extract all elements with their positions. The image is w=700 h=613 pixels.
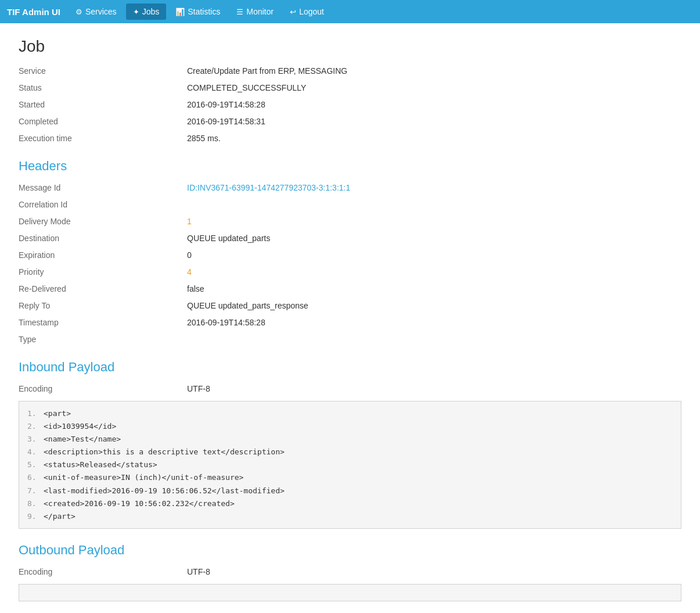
line-number: 1. <box>27 407 44 420</box>
nav-monitor[interactable]: ☰ Monitor <box>229 3 281 20</box>
line-number: 3. <box>27 433 44 446</box>
line-content: <created>2016-09-19 10:56:02.232</create… <box>44 497 235 510</box>
header-field-value: false <box>187 283 204 295</box>
nav-logout[interactable]: ↩ Logout <box>283 3 331 20</box>
code-line: 3. <name>Test</name> <box>27 433 673 446</box>
outbound-code-block[interactable] <box>19 584 681 601</box>
inbound-encoding-label: Encoding <box>19 383 187 395</box>
jobs-icon: ✦ <box>133 8 139 16</box>
nav-jobs[interactable]: ✦ Jobs <box>126 3 167 20</box>
header-field-row: Expiration0 <box>19 249 681 261</box>
completed-label: Completed <box>19 116 187 128</box>
nav-services[interactable]: ⚙ Services <box>69 3 124 20</box>
outbound-encoding-label: Encoding <box>19 566 187 578</box>
header-field-row: Type <box>19 334 681 346</box>
line-number: 2. <box>27 420 44 433</box>
header-field-value: 4 <box>187 266 192 278</box>
status-label: Status <box>19 82 187 94</box>
navbar: TIF Admin UI ⚙ Services ✦ Jobs 📊 Statist… <box>0 0 700 23</box>
header-field-label: Delivery Mode <box>19 216 187 228</box>
code-line: 7. <last-modified>2016-09-19 10:56:06.52… <box>27 485 673 497</box>
nav-statistics[interactable]: 📊 Statistics <box>168 3 227 20</box>
field-started: Started 2016-09-19T14:58:28 <box>19 99 681 111</box>
header-field-value: 0 <box>187 249 192 261</box>
header-field-value: 2016-09-19T14:58:28 <box>187 317 265 329</box>
header-field-row: DestinationQUEUE updated_parts <box>19 232 681 245</box>
header-field-value: QUEUE updated_parts <box>187 232 270 245</box>
headers-title: Headers <box>19 159 681 174</box>
inbound-title: Inbound Payload <box>19 360 681 375</box>
line-content: </part> <box>44 510 76 523</box>
code-line: 5. <status>Released</status> <box>27 458 673 471</box>
header-field-label: Destination <box>19 232 187 245</box>
header-field-value[interactable]: ID:INV3671-63991-1474277923703-3:1:3:1:1 <box>187 182 350 194</box>
status-value: COMPLETED_SUCCESSFULLY <box>187 82 306 94</box>
logout-icon: ↩ <box>290 8 296 16</box>
header-field-label: Expiration <box>19 249 187 261</box>
main-content: Job Service Create/Update Part from ERP,… <box>0 23 700 613</box>
inbound-code-block[interactable]: 1. <part>2. <id>1039954</id>3. <name>Tes… <box>19 401 681 529</box>
line-content: <unit-of-measure>IN (inch)</unit-of-meas… <box>44 471 243 484</box>
line-content: <part> <box>44 407 71 420</box>
statistics-icon: 📊 <box>175 8 185 16</box>
field-completed: Completed 2016-09-19T14:58:31 <box>19 116 681 128</box>
header-field-row: Delivery Mode1 <box>19 216 681 228</box>
services-icon: ⚙ <box>76 8 82 16</box>
nav-monitor-label: Monitor <box>246 7 274 16</box>
line-content: <name>Test</name> <box>44 433 121 446</box>
nav-logout-label: Logout <box>299 7 324 16</box>
line-number: 8. <box>27 497 44 510</box>
line-number: 9. <box>27 510 44 523</box>
code-line: 2. <id>1039954</id> <box>27 420 673 433</box>
monitor-icon: ☰ <box>236 8 243 16</box>
line-number: 4. <box>27 446 44 458</box>
field-status: Status COMPLETED_SUCCESSFULLY <box>19 82 681 94</box>
nav-jobs-label: Jobs <box>142 7 160 16</box>
field-service: Service Create/Update Part from ERP, MES… <box>19 65 681 77</box>
exec-label: Execution time <box>19 132 187 145</box>
started-label: Started <box>19 99 187 111</box>
header-field-row: Timestamp2016-09-19T14:58:28 <box>19 317 681 329</box>
brand: TIF Admin UI <box>7 7 60 17</box>
line-content: <description>this is a descriptive text<… <box>44 446 285 458</box>
service-suffix: , MESSAGING <box>293 66 347 76</box>
header-field-label: Type <box>19 334 187 346</box>
header-field-row: Re-Deliveredfalse <box>19 283 681 295</box>
header-field-value: 1 <box>187 216 192 228</box>
code-line: 8. <created>2016-09-19 10:56:02.232</cre… <box>27 497 673 510</box>
started-value: 2016-09-19T14:58:28 <box>187 99 265 111</box>
header-field-row: Priority4 <box>19 266 681 278</box>
header-field-row: Correlation Id <box>19 199 681 211</box>
line-content: <status>Released</status> <box>44 458 157 471</box>
service-value: Create/Update Part from ERP, MESSAGING <box>187 65 347 77</box>
line-content: <last-modified>2016-09-19 10:56:06.52</l… <box>44 485 285 497</box>
completed-value: 2016-09-19T14:58:31 <box>187 116 265 128</box>
nav-services-label: Services <box>85 7 117 16</box>
service-label: Service <box>19 65 187 77</box>
line-content: <id>1039954</id> <box>44 420 116 433</box>
header-field-label: Message Id <box>19 182 187 194</box>
header-field-label: Reply To <box>19 300 187 312</box>
page-title: Job <box>19 37 681 56</box>
code-line: 6. <unit-of-measure>IN (inch)</unit-of-m… <box>27 471 673 484</box>
code-line: 1. <part> <box>27 407 673 420</box>
line-number: 5. <box>27 458 44 471</box>
header-field-label: Timestamp <box>19 317 187 329</box>
header-field-value: QUEUE updated_parts_response <box>187 300 308 312</box>
outbound-title: Outbound Payload <box>19 543 681 558</box>
line-number: 6. <box>27 471 44 484</box>
header-field-row: Message IdID:INV3671-63991-1474277923703… <box>19 182 681 194</box>
exec-value: 2855 ms. <box>187 132 221 145</box>
header-field-label: Re-Delivered <box>19 283 187 295</box>
outbound-encoding-value: UTF-8 <box>187 566 210 578</box>
line-number: 7. <box>27 485 44 497</box>
code-line: 9. </part> <box>27 510 673 523</box>
header-field-label: Priority <box>19 266 187 278</box>
service-link[interactable]: Create/Update Part from ERP <box>187 66 293 76</box>
inbound-encoding-row: Encoding UTF-8 <box>19 383 681 395</box>
header-field-label: Correlation Id <box>19 199 187 211</box>
outbound-encoding-row: Encoding UTF-8 <box>19 566 681 578</box>
inbound-encoding-value: UTF-8 <box>187 383 210 395</box>
header-field-row: Reply ToQUEUE updated_parts_response <box>19 300 681 312</box>
code-line: 4. <description>this is a descriptive te… <box>27 446 673 458</box>
